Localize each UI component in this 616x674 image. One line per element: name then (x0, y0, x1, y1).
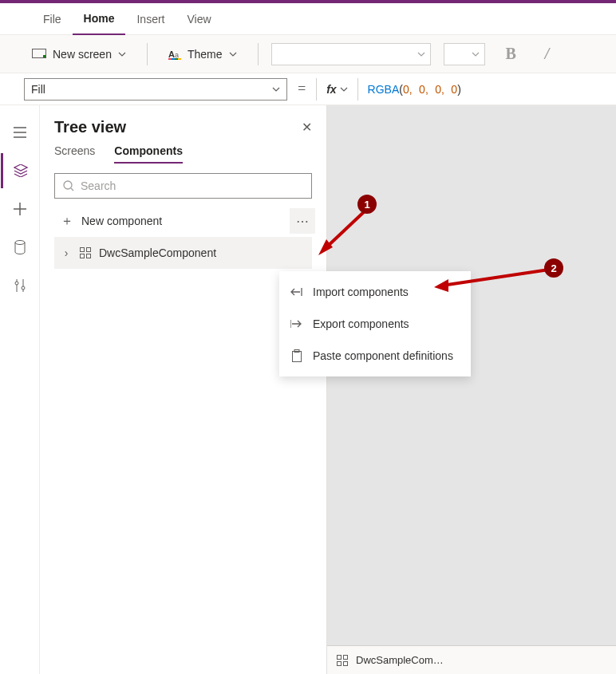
tab-screens[interactable]: Screens (54, 144, 95, 164)
hamburger-icon (14, 127, 26, 138)
ctx-export-components[interactable]: Export components (279, 308, 471, 340)
toolbar: New screen Aa Theme B / (0, 35, 616, 73)
rail-hamburger[interactable] (1, 115, 39, 150)
badge-number: 2 (544, 258, 563, 278)
layers-icon (14, 164, 28, 177)
theme-icon: Aa (168, 49, 181, 60)
theme-button[interactable]: Aa Theme (160, 45, 245, 64)
svg-line-18 (325, 209, 367, 249)
svg-rect-4 (168, 58, 172, 60)
formula-divider (316, 78, 317, 101)
formula-fn: RGBA (368, 83, 400, 96)
chevron-down-icon (472, 50, 480, 58)
formula-arg: 0 (419, 83, 425, 96)
main-area: Tree view ✕ Screens Components Search ＋ … (0, 105, 616, 674)
more-options-button[interactable]: ⋯ (290, 208, 315, 234)
chevron-down-icon (417, 50, 425, 58)
search-icon (63, 180, 74, 191)
svg-marker-21 (434, 279, 448, 292)
chevron-right-icon: › (61, 246, 72, 259)
menu-view[interactable]: View (176, 3, 222, 35)
formula-paren-close: ) (457, 83, 461, 96)
svg-text:a: a (175, 51, 179, 59)
svg-rect-24 (338, 661, 342, 665)
status-bar: DwcSampleCom… (327, 645, 616, 674)
rail-insert[interactable] (1, 191, 39, 227)
svg-point-9 (15, 282, 18, 285)
svg-rect-12 (81, 248, 85, 252)
close-panel-button[interactable]: ✕ (302, 120, 312, 135)
svg-rect-16 (293, 352, 302, 362)
tab-components[interactable]: Components (114, 144, 183, 164)
left-rail (0, 105, 40, 674)
font-family-dropdown[interactable] (271, 43, 431, 65)
ellipsis-icon: ⋯ (296, 214, 309, 229)
component-name: DwcSampleComponent (99, 246, 216, 259)
new-component-button[interactable]: ＋ New component ⋯ (54, 205, 312, 237)
svg-line-20 (442, 270, 549, 286)
italic-button[interactable]: / (537, 45, 558, 63)
menu-home[interactable]: Home (73, 3, 126, 35)
panel-tabs: Screens Components (54, 144, 312, 164)
rail-data[interactable] (1, 230, 39, 265)
property-value: Fill (31, 83, 45, 96)
chevron-down-icon (229, 50, 237, 58)
formula-arg: 0 (403, 83, 409, 96)
fx-label: fx (326, 83, 336, 96)
svg-text:A: A (168, 49, 175, 59)
canvas[interactable] (327, 105, 616, 674)
new-screen-label: New screen (53, 48, 112, 61)
svg-rect-7 (178, 58, 181, 60)
svg-rect-13 (87, 248, 91, 252)
clipboard-icon (290, 349, 303, 362)
svg-rect-25 (344, 661, 348, 665)
component-tree-item[interactable]: › DwcSampleComponent (54, 237, 312, 269)
formula-divider (357, 78, 358, 101)
ctx-export-label: Export components (313, 317, 409, 330)
svg-rect-1 (43, 55, 45, 57)
svg-rect-15 (87, 254, 91, 258)
ctx-paste-label: Paste component definitions (313, 349, 453, 362)
import-icon (290, 287, 303, 297)
property-dropdown[interactable]: Fill (24, 78, 287, 101)
rail-tools[interactable] (1, 268, 39, 303)
annotation-badge-2: 2 (544, 258, 563, 278)
svg-point-10 (22, 286, 25, 290)
svg-point-11 (64, 181, 72, 189)
formula-arg: 0 (451, 83, 457, 96)
fx-button[interactable]: fx (326, 83, 347, 96)
toolbar-divider (258, 43, 259, 65)
formula-comma: , (409, 83, 413, 96)
component-icon (337, 655, 348, 666)
ctx-paste-definitions[interactable]: Paste component definitions (279, 340, 471, 372)
component-icon (80, 247, 91, 258)
svg-rect-23 (344, 655, 348, 659)
screen-icon (32, 49, 46, 60)
rail-tree-view[interactable] (1, 153, 39, 188)
theme-label: Theme (188, 48, 223, 61)
panel-title: Tree view (54, 118, 126, 136)
menu-bar: File Home Insert View (0, 3, 616, 35)
chevron-down-icon (272, 85, 280, 93)
formula-input[interactable]: RGBA(0, 0, 0, 0) (368, 83, 461, 96)
chevron-down-icon (118, 50, 126, 58)
search-input[interactable]: Search (54, 173, 312, 199)
new-component-label: New component (81, 215, 162, 227)
plus-icon (14, 203, 26, 215)
svg-rect-22 (338, 655, 342, 659)
toolbar-divider (147, 43, 148, 65)
svg-rect-14 (81, 254, 85, 258)
menu-insert[interactable]: Insert (125, 3, 176, 35)
annotation-arrow-2 (431, 263, 559, 298)
tree-view-panel: Tree view ✕ Screens Components Search ＋ … (40, 105, 327, 674)
font-size-dropdown[interactable] (444, 43, 485, 65)
menu-file[interactable]: File (32, 3, 73, 35)
plus-icon: ＋ (61, 213, 73, 230)
bold-button[interactable]: B (498, 45, 524, 63)
new-screen-button[interactable]: New screen (24, 45, 134, 64)
export-icon (290, 319, 303, 329)
formula-arg: 0 (435, 83, 441, 96)
status-component-name[interactable]: DwcSampleCom… (356, 654, 444, 666)
svg-rect-5 (172, 58, 175, 60)
svg-point-8 (15, 241, 25, 245)
